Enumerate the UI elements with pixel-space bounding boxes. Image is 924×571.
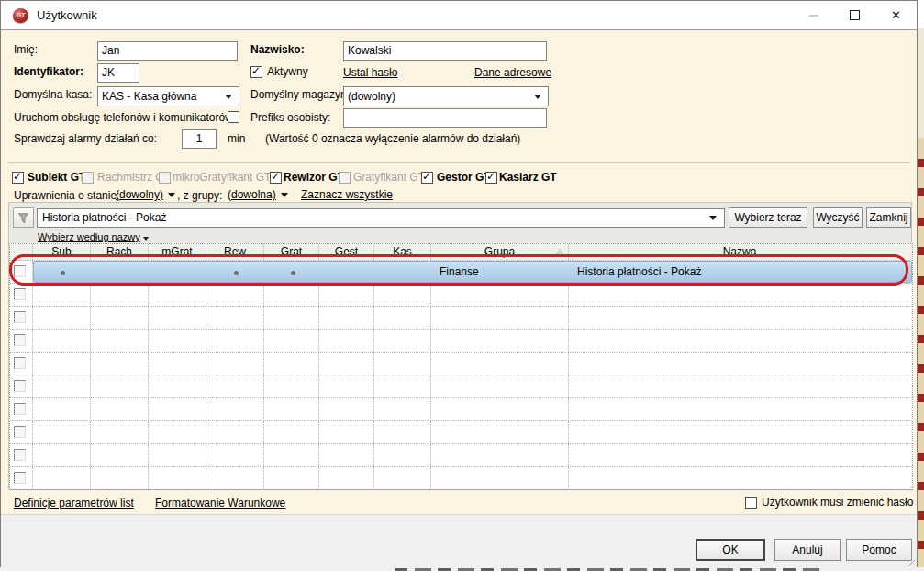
empty-cell	[91, 307, 149, 329]
empty-cell	[149, 284, 206, 306]
dot-rew-icon	[234, 271, 239, 275]
alarms-hint: (Wartość 0 oznacza wyłączenie alarmów do…	[265, 130, 520, 148]
background-edge-bottom	[0, 567, 924, 571]
selected-row-highlight[interactable]: Finanse Historia płatności - Pokaż	[33, 261, 912, 283]
must-change-password-label: Użytkownik musi zmienić hasło	[762, 496, 913, 509]
chevron-down-icon[interactable]	[281, 193, 288, 197]
close-button[interactable]: ✕	[875, 1, 917, 29]
active-checkbox[interactable]	[250, 66, 262, 78]
empty-cell	[206, 330, 264, 352]
empty-cell	[319, 421, 374, 443]
row-select-checkbox[interactable]	[14, 426, 26, 438]
row-select-checkbox[interactable]	[14, 357, 26, 369]
column-header-grat[interactable]: Grat	[264, 244, 319, 260]
window-title: Użytkownik	[37, 8, 97, 22]
row-select-checkbox[interactable]	[14, 449, 26, 461]
empty-cell	[206, 353, 264, 375]
empty-cell	[33, 353, 91, 375]
column-header-mgrat[interactable]: mGrat	[149, 244, 206, 260]
identifier-input[interactable]: JK	[97, 63, 139, 83]
funnel-icon	[17, 211, 30, 225]
row-select-checkbox[interactable]	[14, 311, 26, 323]
column-header-nazwa[interactable]: Nazwa	[569, 244, 910, 260]
dot-grat-icon	[291, 271, 295, 275]
default-cash-select[interactable]: KAS - Kasa główna	[97, 86, 239, 106]
first-name-input[interactable]: Jan	[97, 41, 238, 61]
row-select-checkbox[interactable]	[14, 288, 26, 300]
choose-by-name-link[interactable]: Wybierz według nazwy	[38, 231, 149, 242]
column-header-rach[interactable]: Rach	[91, 244, 149, 260]
column-header-sub[interactable]: Sub	[33, 244, 91, 260]
default-warehouse-label: Domyślny magazyn:	[250, 86, 350, 104]
row-select-checkbox[interactable]	[14, 403, 26, 415]
empty-cell	[431, 284, 569, 306]
list-parameters-link[interactable]: Definicje parametrów list	[14, 496, 134, 511]
row-select-checkbox[interactable]	[14, 265, 26, 277]
module-gratyfikant-label: Gratyfikant GT	[353, 171, 425, 185]
module-gestor-checkbox[interactable]	[421, 172, 433, 184]
row-select-checkbox[interactable]	[14, 380, 26, 392]
empty-cell	[33, 444, 91, 466]
state-filter-dropdown[interactable]: (dowolny)	[116, 187, 163, 203]
row-select-checkbox[interactable]	[14, 334, 26, 346]
help-button[interactable]: Pomoc	[846, 539, 912, 561]
table-row-selected[interactable]: Finanse Historia płatności - Pokaż	[10, 261, 912, 284]
column-header-grupa[interactable]: Grupa	[431, 244, 569, 260]
module-kasiarz-checkbox[interactable]	[485, 172, 497, 184]
maximize-button[interactable]	[834, 1, 875, 29]
choose-now-button[interactable]: Wybierz teraz	[729, 207, 807, 228]
ok-button[interactable]: OK	[696, 539, 765, 561]
empty-cell	[374, 353, 431, 375]
empty-cell	[374, 330, 431, 352]
empty-cell	[431, 444, 569, 466]
empty-cell	[149, 353, 206, 375]
empty-cell	[91, 444, 149, 466]
cancel-button[interactable]: Anuluj	[774, 539, 841, 561]
last-name-input[interactable]: Kowalski	[343, 41, 547, 61]
row-select-checkbox[interactable]	[14, 472, 26, 484]
filter-button[interactable]	[13, 207, 34, 228]
phones-label: Uruchom obsługę telefonów i komunikatoró…	[14, 109, 233, 127]
empty-cell	[91, 375, 149, 397]
default-warehouse-select[interactable]: (dowolny)	[343, 86, 549, 106]
must-change-password-checkbox[interactable]	[745, 497, 757, 509]
screen: GT Użytkownik ✕ Imię: Jan Nazwisko: Kowa…	[0, 0, 924, 571]
alarms-label: Sprawdzaj alarmy działań co:	[14, 130, 157, 148]
module-rewizor-label: Rewizor GT	[284, 171, 344, 185]
column-header-gest[interactable]: Gest	[319, 244, 374, 260]
empty-cell	[319, 307, 374, 329]
permissions-panel: Historia płatności - Pokaż Wybierz teraz…	[8, 202, 912, 489]
permission-search-combo[interactable]: Historia płatności - Pokaż	[37, 208, 725, 228]
empty-cell	[319, 444, 374, 466]
prefix-input[interactable]	[343, 108, 547, 128]
grid-body	[10, 284, 912, 490]
empty-cell	[264, 353, 319, 375]
empty-cell	[431, 398, 569, 420]
address-data-link[interactable]: Dane adresowe	[474, 65, 551, 81]
column-header-rew[interactable]: Rew	[206, 244, 264, 260]
close-filter-button[interactable]: Zamknij	[866, 207, 911, 228]
module-rewizor-checkbox[interactable]	[270, 172, 282, 184]
cell-nazwa: Historia płatności - Pokaż	[577, 262, 701, 283]
table-row-empty	[10, 330, 912, 353]
set-password-link[interactable]: Ustal hasło	[343, 65, 397, 81]
empty-cell	[374, 398, 431, 420]
module-mikrogratyfikant-label: mikroGratyfikant GT	[173, 171, 271, 185]
background-edge-top	[918, 0, 924, 28]
conditional-formatting-link[interactable]: Formatowanie Warunkowe	[155, 496, 285, 511]
empty-cell	[569, 330, 910, 352]
chevron-down-icon[interactable]	[168, 193, 175, 197]
clear-button[interactable]: Wyczyść	[813, 207, 863, 228]
select-all-link[interactable]: Zaznacz wszystkie	[301, 187, 393, 203]
module-subiekt-checkbox[interactable]	[12, 172, 24, 184]
phones-checkbox[interactable]	[228, 111, 239, 123]
empty-cell	[431, 307, 569, 329]
empty-cell	[33, 467, 91, 489]
empty-cell	[206, 398, 264, 420]
empty-cell	[33, 284, 91, 306]
alarms-interval-input[interactable]: 1	[182, 129, 217, 149]
column-header-kas[interactable]: Kas	[374, 244, 431, 260]
empty-cell	[91, 330, 149, 352]
chevron-down-icon	[534, 95, 541, 99]
group-filter-dropdown[interactable]: (dowolna)	[228, 187, 276, 203]
